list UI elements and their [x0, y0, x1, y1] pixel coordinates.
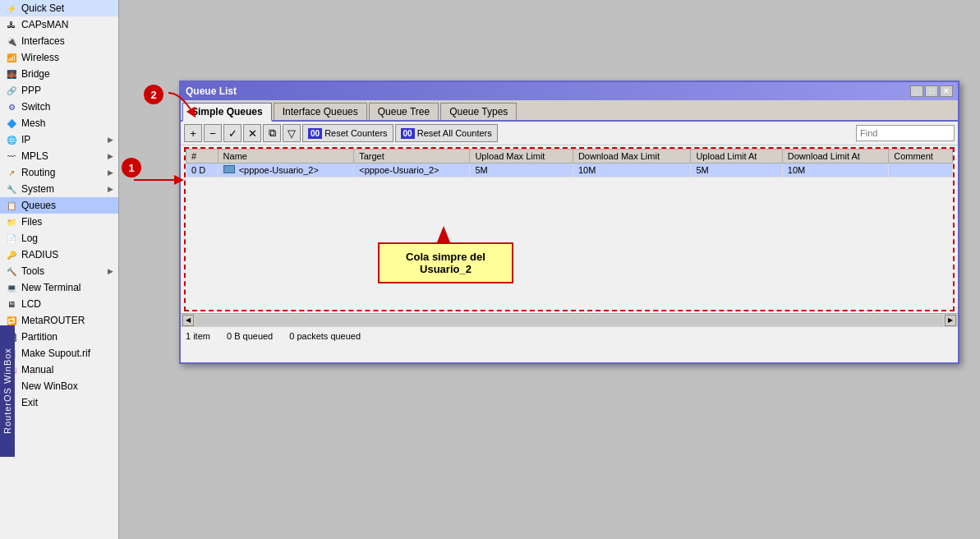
- sidebar-item-ppp[interactable]: 🔗 PPP: [0, 82, 118, 99]
- sidebar: ⚡ Quick Set 🖧 CAPsMAN 🔌 Interfaces 📶 Wir…: [0, 0, 119, 539]
- sidebar-label-capsman: CAPsMAN: [21, 19, 113, 30]
- scroll-track[interactable]: [196, 316, 943, 325]
- titlebar-buttons: _ □ ✕: [910, 85, 953, 97]
- cell-upload-max: 5M: [470, 164, 573, 177]
- sidebar-item-new-terminal[interactable]: 💻 New Terminal: [0, 279, 118, 296]
- sidebar-label-system: System: [21, 183, 108, 195]
- cell-download-max: 10M: [573, 164, 691, 177]
- radius-icon: 🔑: [5, 248, 18, 261]
- sidebar-label-wireless: Wireless: [21, 52, 113, 63]
- cell-download-limit: 10M: [782, 164, 888, 177]
- col-upload-limit: Upload Limit At: [691, 150, 782, 164]
- sidebar-label-radius: RADIUS: [21, 249, 113, 260]
- queue-item-icon: [223, 165, 235, 173]
- sidebar-item-lcd[interactable]: 🖥 LCD: [0, 296, 118, 312]
- scroll-left-button[interactable]: ◀: [182, 315, 194, 326]
- files-icon: 📁: [5, 215, 18, 228]
- sidebar-item-quick-set[interactable]: ⚡ Quick Set: [0, 0, 118, 16]
- status-items: 1 item: [186, 331, 210, 341]
- sidebar-label-make-supout: Make Supout.rif: [21, 348, 113, 359]
- enable-button[interactable]: ✓: [223, 124, 242, 142]
- tab-interface-queues[interactable]: Interface Queues: [274, 103, 367, 120]
- sidebar-label-partition: Partition: [21, 331, 113, 343]
- close-button[interactable]: ✕: [940, 85, 953, 97]
- minimize-button[interactable]: _: [910, 85, 923, 97]
- winbox-label: RouterOS WinBox: [0, 325, 15, 457]
- sidebar-label-bridge: Bridge: [21, 68, 113, 80]
- sidebar-label-exit: Exit: [21, 397, 113, 408]
- cell-upload-limit: 5M: [691, 164, 782, 177]
- system-icon: 🔧: [5, 182, 18, 196]
- quick-set-icon: ⚡: [5, 2, 18, 15]
- queues-icon: 📋: [5, 199, 18, 212]
- sidebar-label-log: Log: [21, 233, 113, 244]
- add-button[interactable]: +: [184, 124, 202, 142]
- reset-all-counters-button[interactable]: 00 Reset All Counters: [395, 124, 498, 142]
- tab-queue-tree[interactable]: Queue Tree: [369, 103, 439, 120]
- tools-arrow: ▶: [108, 267, 113, 275]
- find-input[interactable]: [856, 125, 955, 141]
- scroll-right-button[interactable]: ▶: [945, 315, 956, 326]
- annotation-text: Cola simpre delUsuario_2: [406, 251, 485, 275]
- tab-queue-types[interactable]: Queue Types: [440, 103, 517, 120]
- sidebar-item-manual[interactable]: 📖 Manual: [0, 362, 118, 378]
- sidebar-item-mpls[interactable]: 〰 MPLS ▶: [0, 148, 118, 164]
- table-row[interactable]: 0 D <pppoe-Usuario_2> <pppoe-Usuario_2> …: [186, 164, 953, 177]
- col-num: #: [186, 150, 219, 164]
- sidebar-item-files[interactable]: 📁 Files: [0, 214, 118, 230]
- sidebar-item-queues[interactable]: 📋 Queues: [0, 197, 118, 214]
- sidebar-item-ip[interactable]: 🌐 IP ▶: [0, 131, 118, 148]
- sidebar-item-make-supout[interactable]: 📋 Make Supout.rif: [0, 345, 118, 362]
- sidebar-item-exit[interactable]: 🚪 Exit: [0, 394, 118, 411]
- remove-button[interactable]: −: [204, 124, 222, 142]
- sidebar-item-wireless[interactable]: 📶 Wireless: [0, 49, 118, 66]
- tools-icon: 🔨: [5, 265, 18, 278]
- sidebar-label-quick-set: Quick Set: [21, 2, 113, 14]
- filter-button[interactable]: ▽: [283, 124, 301, 142]
- reset-counters-label: Reset Counters: [324, 128, 387, 138]
- annotation-box: Cola simpre delUsuario_2: [378, 242, 513, 283]
- sidebar-item-capsman[interactable]: 🖧 CAPsMAN: [0, 16, 118, 33]
- sidebar-item-system[interactable]: 🔧 System ▶: [0, 181, 118, 197]
- cell-target: <pppoe-Usuario_2>: [354, 164, 470, 177]
- copy-button[interactable]: ⧉: [263, 124, 281, 142]
- sidebar-item-new-winbox[interactable]: 🗗 New WinBox: [0, 378, 118, 394]
- interfaces-icon: 🔌: [5, 35, 18, 48]
- sidebar-item-partition[interactable]: 💾 Partition: [0, 329, 118, 345]
- reset-all-counters-badge: 00: [401, 128, 415, 139]
- wireless-icon: 📶: [5, 51, 18, 64]
- col-download-limit: Download Limit At: [782, 150, 888, 164]
- maximize-button[interactable]: □: [925, 85, 938, 97]
- sidebar-label-ppp: PPP: [21, 85, 113, 96]
- col-upload-max: Upload Max Limit: [470, 150, 573, 164]
- reset-counters-button[interactable]: 00 Reset Counters: [302, 124, 393, 142]
- sidebar-item-log[interactable]: 📄 Log: [0, 230, 118, 246]
- cell-num: 0 D: [186, 164, 219, 177]
- reset-counters-badge: 00: [308, 128, 322, 139]
- sidebar-label-manual: Manual: [21, 364, 113, 375]
- col-target: Target: [354, 150, 470, 164]
- sidebar-item-tools[interactable]: 🔨 Tools ▶: [0, 263, 118, 279]
- table-header-row: # Name Target Upload Max Limit Download …: [186, 150, 953, 164]
- col-download-max: Download Max Limit: [573, 150, 691, 164]
- sidebar-item-mesh[interactable]: 🔷 Mesh: [0, 115, 118, 131]
- sidebar-label-new-terminal: New Terminal: [21, 282, 113, 293]
- ip-arrow: ▶: [108, 136, 113, 144]
- disable-button[interactable]: ✕: [243, 124, 261, 142]
- sidebar-label-routing: Routing: [21, 167, 108, 178]
- sidebar-item-interfaces[interactable]: 🔌 Interfaces: [0, 33, 118, 49]
- routing-icon: ↗: [5, 166, 18, 179]
- queue-toolbar: + − ✓ ✕ ⧉ ▽ 00 Reset Counters 00 Reset A…: [181, 122, 958, 145]
- sidebar-item-switch[interactable]: ⚙ Switch: [0, 99, 118, 115]
- mpls-arrow: ▶: [108, 152, 113, 160]
- capsman-icon: 🖧: [5, 18, 18, 31]
- sidebar-item-bridge[interactable]: 🌉 Bridge: [0, 66, 118, 82]
- ppp-icon: 🔗: [5, 84, 18, 97]
- sidebar-item-routing[interactable]: ↗ Routing ▶: [0, 164, 118, 181]
- sidebar-item-metarouter[interactable]: 🔁 MetaROUTER: [0, 312, 118, 329]
- sidebar-label-mpls: MPLS: [21, 150, 108, 162]
- log-icon: 📄: [5, 232, 18, 245]
- annotation-up-arrow: [437, 226, 450, 242]
- sidebar-item-radius[interactable]: 🔑 RADIUS: [0, 246, 118, 263]
- sidebar-label-tools: Tools: [21, 265, 108, 277]
